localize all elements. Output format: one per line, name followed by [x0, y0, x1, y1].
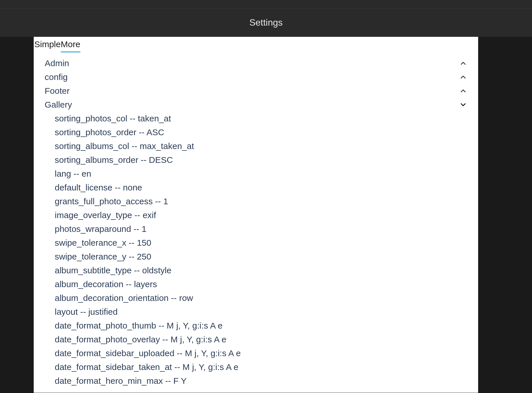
chevron-down-icon [459, 101, 467, 109]
setting-item[interactable]: sorting_photos_col -- taken_at [55, 112, 478, 125]
section-label: config [45, 72, 68, 82]
setting-item[interactable]: image_overlay_type -- exif [55, 208, 478, 222]
section-config[interactable]: config [34, 70, 478, 84]
setting-item[interactable]: layout -- justified [55, 305, 478, 319]
page-title: Settings [249, 17, 283, 28]
section-admin[interactable]: Admin [34, 56, 478, 70]
setting-item[interactable]: sorting_albums_order -- DESC [55, 153, 478, 167]
setting-item[interactable]: swipe_tolerance_x -- 150 [55, 236, 478, 250]
setting-item[interactable]: date_format_hero_min_max -- F Y [55, 374, 478, 388]
setting-item[interactable]: default_license -- none [55, 181, 478, 194]
setting-item[interactable]: date_format_sidebar_uploaded -- M j, Y, … [55, 346, 478, 360]
settings-panel: SimpleMore AdminconfigFooterGallerysorti… [34, 37, 478, 393]
setting-item[interactable]: date_format_sidebar_taken_at -- M j, Y, … [55, 360, 478, 374]
setting-item[interactable]: album_decoration_orientation -- row [55, 291, 478, 305]
setting-item[interactable]: album_decoration -- layers [55, 277, 478, 291]
section-label: Gallery [45, 100, 72, 110]
setting-item[interactable]: date_format_photo_thumb -- M j, Y, g:i:s… [55, 319, 478, 333]
chevron-up-icon [459, 87, 467, 95]
topbar [0, 0, 532, 8]
page-header: Settings [0, 8, 532, 37]
setting-item[interactable]: sorting_albums_col -- max_taken_at [55, 139, 478, 153]
sections: AdminconfigFooterGallerysorting_photos_c… [34, 52, 478, 388]
setting-item[interactable]: lang -- en [55, 167, 478, 181]
setting-item[interactable]: grants_full_photo_access -- 1 [55, 194, 478, 208]
section-gallery[interactable]: Gallery [34, 98, 478, 112]
setting-item[interactable]: photos_wraparound -- 1 [55, 222, 478, 236]
chevron-up-icon [459, 73, 467, 81]
tab-more[interactable]: More [61, 37, 80, 52]
setting-item[interactable]: swipe_tolerance_y -- 250 [55, 250, 478, 264]
setting-item[interactable]: album_subtitle_type -- oldstyle [55, 264, 478, 277]
chevron-up-icon [459, 59, 467, 67]
setting-list: sorting_photos_col -- taken_atsorting_ph… [34, 112, 478, 388]
setting-item[interactable]: sorting_photos_order -- ASC [55, 125, 478, 139]
section-footer[interactable]: Footer [34, 84, 478, 98]
tab-simple[interactable]: Simple [34, 37, 61, 52]
section-label: Admin [45, 58, 69, 68]
content-wrap: SimpleMore AdminconfigFooterGallerysorti… [0, 37, 532, 393]
setting-item[interactable]: date_format_photo_overlay -- M j, Y, g:i… [55, 333, 478, 346]
section-label: Footer [45, 86, 70, 96]
tabs: SimpleMore [34, 37, 478, 52]
